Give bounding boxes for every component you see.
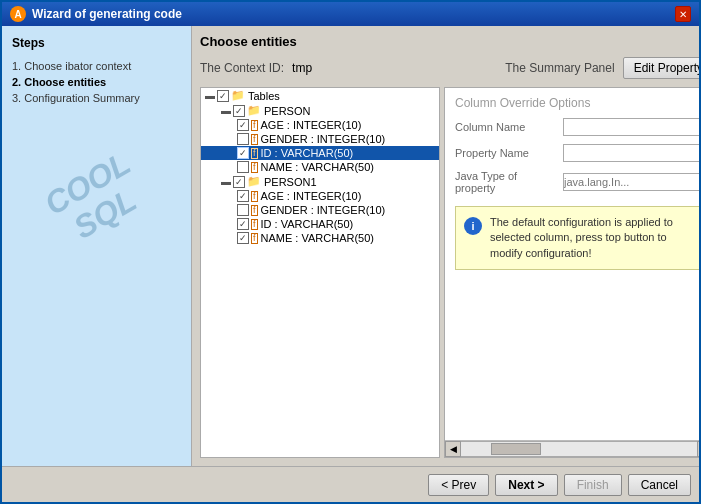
- tree-label-person1-name: NAME : VARCHAR(50): [261, 232, 374, 244]
- edit-property-button[interactable]: Edit Property: [623, 57, 699, 79]
- column-name-row: Column Name: [445, 114, 699, 140]
- field-icon-id: f: [251, 148, 258, 159]
- tree-label-person-age: AGE : INTEGER(10): [261, 119, 362, 131]
- property-name-row: Property Name: [445, 140, 699, 166]
- property-name-input[interactable]: [563, 144, 699, 162]
- bottom-bar: < Prev Next > Finish Cancel: [2, 466, 699, 502]
- folder-icon-person1: 📁: [247, 175, 261, 188]
- tree-node-person1-gender[interactable]: f GENDER : INTEGER(10): [201, 203, 439, 217]
- main-panel: Choose entities The Context ID: tmp The …: [192, 26, 699, 466]
- override-options-title: Column Override Options: [445, 88, 699, 114]
- expand-icon-person1: ▬: [221, 176, 231, 187]
- tree-node-person-gender[interactable]: f GENDER : INTEGER(10): [201, 132, 439, 146]
- watermark: COOLSQL: [6, 126, 188, 271]
- horizontal-scrollbar[interactable]: [461, 441, 697, 457]
- checkbox-person1-name[interactable]: ✓: [237, 232, 249, 244]
- expand-icon: ▬: [205, 90, 215, 101]
- checkbox-person1-gender[interactable]: [237, 204, 249, 216]
- tree-panel[interactable]: ▬ ✓ 📁 Tables ▬ ✓ 📁 PERSON ✓: [200, 87, 440, 458]
- field-icon-p1-name: f: [251, 233, 258, 244]
- tooltip-text: The default configuration is applied to …: [490, 215, 694, 261]
- property-name-label: Property Name: [455, 147, 555, 159]
- tree-node-person[interactable]: ▬ ✓ 📁 PERSON: [201, 103, 439, 118]
- context-label: The Context ID:: [200, 61, 284, 75]
- tree-node-person1[interactable]: ▬ ✓ 📁 PERSON1: [201, 174, 439, 189]
- panel-title: Choose entities: [200, 34, 699, 49]
- tree-node-person-id[interactable]: ✓ f ID : VARCHAR(50): [201, 146, 439, 160]
- column-name-label: Column Name: [455, 121, 555, 133]
- sidebar-step-3[interactable]: 3. Configuration Summary: [12, 92, 181, 104]
- info-tooltip: i The default configuration is applied t…: [455, 206, 699, 270]
- tree-node-person1-id[interactable]: ✓ f ID : VARCHAR(50): [201, 217, 439, 231]
- scroll-left-button[interactable]: ◀: [445, 441, 461, 457]
- next-button[interactable]: Next >: [495, 474, 557, 496]
- panels-row: ▬ ✓ 📁 Tables ▬ ✓ 📁 PERSON ✓: [200, 87, 699, 458]
- java-type-row: Java Type of property: [445, 166, 699, 198]
- checkbox-person1-id[interactable]: ✓: [237, 218, 249, 230]
- tree-node-person1-name[interactable]: ✓ f NAME : VARCHAR(50): [201, 231, 439, 245]
- expand-icon-person: ▬: [221, 105, 231, 116]
- sidebar-title: Steps: [12, 36, 181, 50]
- context-value: tmp: [292, 61, 312, 75]
- tree-label-person1-id: ID : VARCHAR(50): [261, 218, 354, 230]
- tree-root[interactable]: ▬ ✓ 📁 Tables: [201, 88, 439, 103]
- tree-node-person-age[interactable]: ✓ f AGE : INTEGER(10): [201, 118, 439, 132]
- field-icon-age: f: [251, 120, 258, 131]
- title-bar: A Wizard of generating code ✕: [2, 2, 699, 26]
- field-icon-gender: f: [251, 134, 258, 145]
- info-icon: i: [464, 217, 482, 235]
- sidebar-step-1[interactable]: 1. Choose ibator context: [12, 60, 181, 72]
- folder-icon: 📁: [231, 89, 245, 102]
- tree-label-person1: PERSON1: [264, 176, 317, 188]
- checkbox-person-gender[interactable]: [237, 133, 249, 145]
- prev-button[interactable]: < Prev: [428, 474, 489, 496]
- tree-label-person-name: NAME : VARCHAR(50): [261, 161, 374, 173]
- right-panel: Column Override Options Column Name Prop…: [444, 87, 699, 458]
- column-name-input[interactable]: [563, 118, 699, 136]
- checkbox-tables[interactable]: ✓: [217, 90, 229, 102]
- tree-label-person-gender: GENDER : INTEGER(10): [261, 133, 386, 145]
- main-window: A Wizard of generating code ✕ Steps 1. C…: [0, 0, 701, 504]
- checkbox-person-age[interactable]: ✓: [237, 119, 249, 131]
- tree-node-person-name[interactable]: f NAME : VARCHAR(50): [201, 160, 439, 174]
- tree-label-person1-gender: GENDER : INTEGER(10): [261, 204, 386, 216]
- field-icon-name: f: [251, 162, 258, 173]
- checkbox-person[interactable]: ✓: [233, 105, 245, 117]
- tree-label-tables: Tables: [248, 90, 280, 102]
- checkbox-person-name[interactable]: [237, 161, 249, 173]
- checkbox-person-id[interactable]: ✓: [237, 147, 249, 159]
- field-icon-p1-id: f: [251, 219, 258, 230]
- field-icon-p1-gender: f: [251, 205, 258, 216]
- content-area: Steps 1. Choose ibator context 2. Choose…: [2, 26, 699, 466]
- tree-label-person1-age: AGE : INTEGER(10): [261, 190, 362, 202]
- finish-button[interactable]: Finish: [564, 474, 622, 496]
- java-type-input[interactable]: [563, 173, 699, 191]
- folder-icon-person: 📁: [247, 104, 261, 117]
- tree-label-person-id: ID : VARCHAR(50): [261, 147, 354, 159]
- field-icon-p1-age: f: [251, 191, 258, 202]
- window-title: Wizard of generating code: [32, 7, 669, 21]
- cancel-button[interactable]: Cancel: [628, 474, 691, 496]
- scroll-right-button[interactable]: ▶: [697, 441, 699, 457]
- checkbox-person1[interactable]: ✓: [233, 176, 245, 188]
- top-bar: The Context ID: tmp The Summary Panel Ed…: [200, 57, 699, 79]
- close-button[interactable]: ✕: [675, 6, 691, 22]
- tree-node-person1-age[interactable]: ✓ f AGE : INTEGER(10): [201, 189, 439, 203]
- app-icon: A: [10, 6, 26, 22]
- sidebar-step-2[interactable]: 2. Choose entities: [12, 76, 181, 88]
- summary-panel-label: The Summary Panel: [505, 61, 614, 75]
- checkbox-person1-age[interactable]: ✓: [237, 190, 249, 202]
- java-type-label: Java Type of property: [455, 170, 555, 194]
- tree-label-person: PERSON: [264, 105, 310, 117]
- scroll-thumb[interactable]: [491, 443, 541, 455]
- sidebar: Steps 1. Choose ibator context 2. Choose…: [2, 26, 192, 466]
- scrollbar-container: ◀ ▶: [445, 440, 699, 457]
